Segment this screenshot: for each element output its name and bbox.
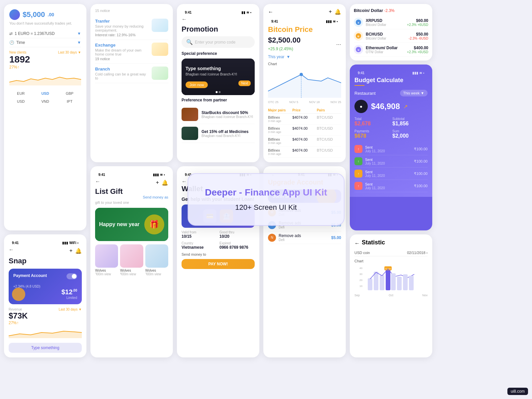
stat-chart-label: Chart — [354, 259, 428, 263]
last-30-label: Last 30 days ▼ — [58, 51, 81, 54]
gift-add-icon[interactable]: + — [156, 180, 159, 186]
notif-item-0: Tranfer Save your money by reducing over… — [95, 16, 168, 40]
wallet-back[interactable]: ← — [182, 179, 187, 184]
currency-vnd[interactable]: VND — [34, 98, 57, 105]
crypto-header: Bitcoin/ Dollar -2.3% — [354, 8, 428, 13]
no-trades-text: You don't have successfully trades yet. — [9, 21, 81, 25]
eth-base: OTN/ Dollar — [366, 50, 398, 54]
gift-bell-icon[interactable]: 🔔 — [162, 180, 168, 186]
crypto-btc-label: Bitcoin/ Dollar — [354, 8, 383, 13]
year-selector[interactable]: This year ▼ — [268, 55, 341, 59]
budget-main: ● $46,908 ↗ — [354, 100, 428, 113]
budget-total: Total $2,678 — [354, 117, 390, 127]
wallet-valid-from: Valid from 10/15 — [182, 230, 217, 239]
budget-transactions: ↑ Sent July 11, 2020 ₹100.00 ↑ Sent July… — [354, 143, 428, 192]
currency-ipt[interactable]: IPT — [58, 98, 81, 105]
pay-now-button[interactable]: PAY NOW! — [182, 259, 255, 269]
svg-text:X: X — [357, 21, 359, 24]
balance-cents: .00 — [48, 12, 54, 17]
svg-rect-14 — [380, 275, 384, 290]
btc-row-3: Bitfinex3 min ago $4074.00 BTC/USD — [268, 147, 341, 158]
gift-status-bar: 9:41 ▮▮▮ ≋ ▪ — [95, 171, 168, 179]
notif-item-2: Branch Cold calling can be a great way t… — [95, 64, 168, 83]
add-icon[interactable]: + — [69, 248, 72, 254]
revenue-section: Revenue Last 30 days ▼ $73K 27%↑ — [9, 308, 82, 339]
payment-toggle[interactable] — [66, 273, 77, 279]
gift-send-link[interactable]: Send money as — [143, 195, 168, 199]
bitcoin-add-icon[interactable]: + — [329, 9, 332, 15]
bitcoin-bell-icon[interactable]: 🔔 — [334, 9, 341, 15]
gift-banner: Happy new year 🎁 — [95, 208, 168, 241]
budget-battery: ▪ — [423, 71, 424, 75]
join-btn[interactable]: Join now — [186, 81, 208, 88]
bell-icon[interactable]: 🔔 — [75, 248, 82, 254]
gift-back-arrow[interactable]: ← — [95, 179, 100, 185]
btc-change-header: -2.3% — [384, 8, 394, 13]
payment-card: Payment Account +2.34% (4.8 USD) $12.00 … — [9, 269, 82, 304]
svg-text:20: 20 — [359, 279, 362, 282]
budget-category: Restaurant — [354, 91, 376, 96]
gift-item-0[interactable]: Wolves 300m view — [95, 244, 118, 276]
next-btn[interactable]: Next — [238, 80, 251, 86]
time-dropdown-icon[interactable]: ▼ — [77, 40, 81, 45]
btc-wifi: ≋ — [333, 20, 335, 23]
bitcoin-title: Bitcoin Price — [268, 25, 341, 34]
finance-dashboard-card: $5,000 .00 You don't have successfully t… — [4, 4, 86, 230]
snap-status-bar: 9:41 ▮▮▮ WiFi ▪ — [9, 239, 82, 247]
sparkline-chart — [9, 72, 81, 85]
overlay-title: Deeper - Finance App UI Kit — [205, 187, 327, 198]
gift-item-2[interactable]: Wolves 300m view — [145, 244, 168, 276]
gift-item-1[interactable]: Wolves 800m view — [120, 244, 143, 276]
eth-icon: N — [354, 45, 363, 54]
sun-decoration — [12, 288, 25, 301]
stat-date[interactable]: 02/11/2018 › — [407, 251, 428, 255]
svg-rect-12 — [368, 278, 372, 290]
partner-info-1: Get 15% off at Medicines Bhagban road Br… — [201, 129, 255, 138]
notif-img-0 — [152, 19, 168, 32]
budget-payments: Payments $678 — [354, 129, 390, 139]
type-something-button[interactable]: Type something — [9, 343, 82, 353]
exchange-label: 1 EURO = 1.2367USD — [15, 31, 55, 36]
bch-name: BCHUSD — [366, 32, 386, 37]
gift-item-0-views: 300m view — [95, 272, 118, 276]
partner-desc-0: Bhagban road /coinrue Branch-KYI — [201, 115, 255, 119]
budget-title: Budget Calculate — [354, 77, 428, 84]
tx-dot-3: ↑ — [354, 182, 362, 190]
notif-img-2 — [152, 66, 168, 80]
partner-name-1: Get 15% off at Medicines — [201, 129, 255, 134]
year-dropdown-icon: ▼ — [286, 55, 290, 59]
svg-rect-15 — [386, 268, 390, 290]
tx-dot-2: ↑ — [354, 170, 362, 178]
svg-rect-20 — [403, 274, 408, 290]
bch-change: -2.3% -6USD — [409, 37, 428, 40]
search-icon: 🔍 — [186, 39, 193, 45]
snap-back-arrow[interactable]: ← — [9, 247, 14, 253]
watermark: ui8.com — [507, 388, 528, 395]
promo-back[interactable]: ← — [182, 16, 187, 22]
currency-eur[interactable]: EUR — [9, 90, 32, 97]
budget-card: 9:41 ▮▮▮ ≋ ▪ Budget Calculate Restaurant… — [350, 65, 432, 230]
budget-tx-2: ↑ Sent July 11, 2020 ₹100.00 — [354, 168, 428, 180]
promo-search-bar[interactable]: 🔍 Enter your promo code — [182, 36, 255, 48]
eth-name: Ethereum/ Dollar — [366, 46, 398, 50]
snap-card: 9:41 ▮▮▮ WiFi ▪ ← + 🔔 Snap Payment Accou… — [4, 234, 86, 357]
price-value-2: $5.00 — [331, 235, 341, 240]
chart-xaxis: OTC 25 NOV 5 NOV 18 NOV 25 — [268, 100, 341, 104]
xrp-icon: X — [354, 18, 363, 27]
price-item-2: N Remove ads Defi $5.00 — [268, 231, 341, 244]
currency-usd[interactable]: USD — [34, 90, 57, 97]
currency-gbp[interactable]: GBP — [58, 90, 81, 97]
bitcoin-back-arrow[interactable]: ← — [268, 9, 273, 15]
bitcoin-status: 9:41 ▮▮▮ ≋ ▪ — [268, 18, 341, 25]
more-options-icon[interactable]: ··· — [336, 41, 341, 48]
snap-time: 9:41 — [12, 241, 19, 245]
stat-back-arrow[interactable]: ← — [354, 240, 360, 246]
gift-battery: ▪ — [164, 173, 165, 177]
currency-usd2[interactable]: USD — [9, 98, 32, 105]
stat-coin-row: USD coin 02/11/2018 › — [354, 249, 428, 256]
budget-period[interactable]: This week ▼ — [400, 90, 428, 96]
dropdown-icon[interactable]: ▼ — [77, 31, 81, 36]
svg-text:B: B — [357, 35, 359, 38]
eth-change: +2.3% +6USD — [407, 50, 428, 54]
wifi-icon: WiFi — [69, 241, 76, 245]
